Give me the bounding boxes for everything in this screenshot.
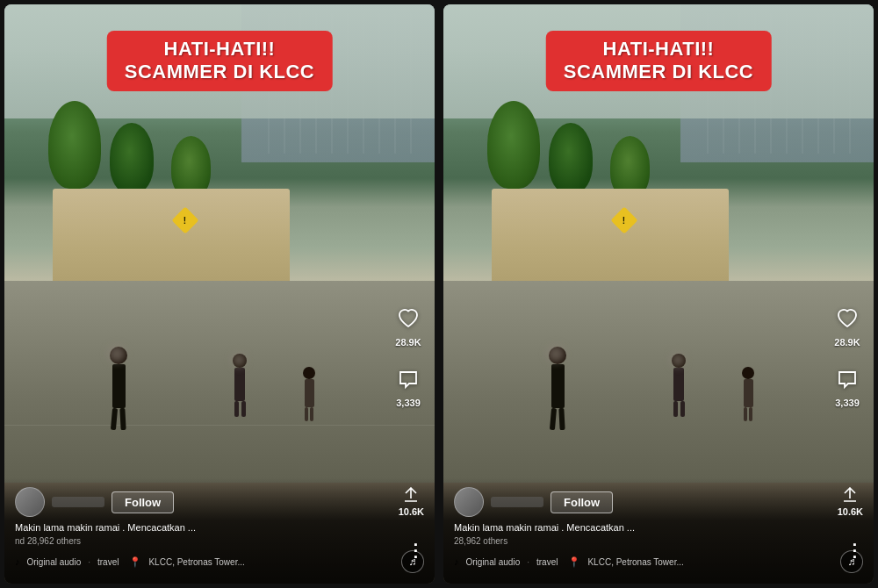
share-group-1: 10.6K: [399, 487, 424, 517]
audio-label-1: Original audio: [27, 557, 82, 567]
location-label-1: KLCC, Petronas Tower...: [148, 557, 244, 567]
shares-count-2: 10.6K: [838, 506, 863, 517]
avatar-1[interactable]: [15, 487, 45, 517]
person-far-2: [742, 367, 754, 421]
user-row-1: Follow 10.6K: [15, 487, 424, 517]
person-main-1: [110, 347, 127, 430]
video-panel-1: ! HATI-HATI!! SCAMMER DI KLCC 28.9K: [4, 4, 435, 584]
title-overlay-2: HATI-HATI!! SCAMMER DI KLCC: [546, 31, 772, 91]
person-main-2: [549, 347, 566, 430]
likes-line-1: nd 28,962 others: [15, 536, 424, 546]
comment-icon-1[interactable]: [392, 363, 424, 395]
avatar-2[interactable]: [454, 487, 484, 517]
more-options-1[interactable]: ⋮: [407, 541, 424, 559]
likes-group-2: 28.9K: [831, 303, 863, 348]
shares-count-1: 10.6K: [399, 506, 424, 517]
comments-group-1: 3,339: [392, 363, 424, 408]
bottom-meta-1: ♪ Original audio · travel 📍 KLCC, Petron…: [15, 550, 424, 573]
likes-count-2: 28.9K: [834, 337, 860, 348]
title-line1-1: HATI-HATI!!: [125, 38, 315, 61]
comments-count-2: 3,339: [835, 398, 860, 408]
location-icon-2: 📍: [568, 556, 580, 568]
likes-line-2: 28,962 others: [454, 536, 863, 546]
ground-2: [443, 281, 874, 483]
side-icons-1: 28.9K 3,339: [392, 303, 424, 408]
likes-count-1: 28.9K: [395, 337, 421, 348]
username-1: [52, 497, 104, 507]
bottom-bar-1: Follow 10.6K Makin lama makin ramai . Me…: [4, 478, 435, 584]
caption-1: Makin lama makin ramai . Mencacatkan ...: [15, 522, 424, 533]
bottom-bar-2: Follow 10.6K Makin lama makin ramai . Me…: [443, 478, 874, 584]
comments-count-1: 3,339: [396, 398, 421, 408]
person-right-1: [233, 354, 247, 417]
comment-icon-2[interactable]: [831, 363, 863, 395]
side-icons-2: 28.9K 3,339: [831, 303, 863, 408]
follow-button-1[interactable]: Follow: [112, 491, 174, 513]
audio-label-2: Original audio: [466, 557, 521, 567]
title-overlay-1: HATI-HATI!! SCAMMER DI KLCC: [107, 31, 333, 91]
person-far-1: [303, 367, 315, 421]
comments-group-2: 3,339: [831, 363, 863, 408]
title-line2-2: SCAMMER DI KLCC: [564, 61, 754, 83]
heart-icon-2[interactable]: [831, 303, 863, 334]
likes-group-1: 28.9K: [392, 303, 424, 348]
travel-tag-2: travel: [536, 557, 558, 567]
bottom-meta-2: ♪ Original audio · travel 📍 KLCC, Petron…: [454, 550, 863, 573]
music-note-2: ♪: [454, 556, 459, 567]
ground-1: [4, 281, 435, 483]
music-note-1: ♪: [15, 556, 20, 567]
tag-separator-1: ·: [88, 557, 90, 567]
user-row-2: Follow 10.6K: [454, 487, 863, 517]
title-line2-1: SCAMMER DI KLCC: [125, 61, 315, 83]
travel-tag-1: travel: [97, 557, 119, 567]
username-2: [491, 497, 543, 507]
location-icon-1: 📍: [129, 556, 141, 568]
share-group-2: 10.6K: [838, 487, 863, 517]
follow-button-2[interactable]: Follow: [551, 491, 613, 513]
heart-icon-1[interactable]: [392, 303, 424, 334]
location-label-2: KLCC, Petronas Tower...: [587, 557, 683, 567]
more-options-2[interactable]: ⋮: [846, 541, 863, 559]
caption-2: Makin lama makin ramai . Mencacatkan ...: [454, 522, 863, 533]
title-line1-2: HATI-HATI!!: [564, 38, 754, 61]
main-container: ! HATI-HATI!! SCAMMER DI KLCC 28.9K: [0, 0, 878, 588]
road-marking-1: [4, 425, 435, 426]
video-panel-2: ! HATI-HATI!! SCAMMER DI KLCC 28.9K: [443, 4, 874, 584]
person-right-2: [672, 354, 686, 417]
tag-separator-2: ·: [527, 557, 529, 567]
